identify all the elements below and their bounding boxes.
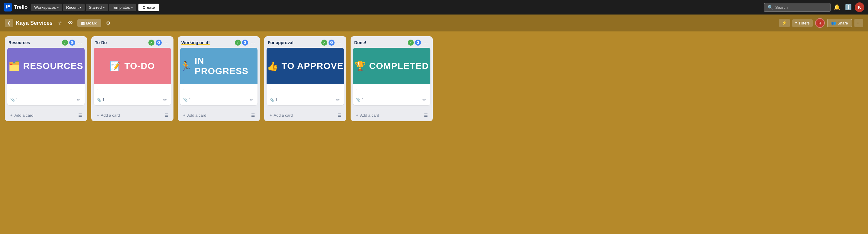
user-avatar[interactable]: K <box>855 2 864 12</box>
attachment-icon: 📎 <box>270 98 274 102</box>
card-body: - <box>267 84 344 95</box>
list-header: For approval ✓ G ··· <box>264 36 346 48</box>
add-card-label: Add a card <box>14 113 34 118</box>
card-description: - <box>10 86 82 91</box>
card-title-text: COMPLETED <box>369 61 429 71</box>
card-description: - <box>356 86 427 91</box>
list-title: For approval <box>268 40 319 45</box>
card-emoji: 🏃 <box>180 61 192 71</box>
templates-label: Templates <box>112 5 130 10</box>
info-button[interactable]: ℹ️ <box>843 3 854 12</box>
card-edit-button[interactable]: ✏ <box>421 97 427 103</box>
workspaces-button[interactable]: Workspaces ▾ <box>31 4 62 11</box>
board-watch-button[interactable]: 👁 <box>66 19 75 27</box>
sidebar-toggle-icon: ❮ <box>7 21 11 25</box>
filters-button[interactable]: ≡ Filters <box>792 19 813 27</box>
list-header-icons: ✓ G ··· <box>408 39 429 46</box>
nav-logo-text: Trello <box>14 4 28 10</box>
add-card-label: Add a card <box>101 113 120 118</box>
card[interactable]: 🏃 IN PROGRESS - 📎 1 ✏ <box>180 48 257 105</box>
share-button[interactable]: 👥 Share <box>827 19 852 27</box>
card-footer: 📎 1 ✏ <box>267 95 344 105</box>
card[interactable]: 📝 TO-DO - 📎 1 ✏ <box>94 48 171 105</box>
star-icon: ☆ <box>58 21 62 26</box>
green-circle-icon: ✓ <box>408 39 414 46</box>
list-header: To-Do ✓ G ··· <box>91 36 174 48</box>
card-emoji: 📝 <box>110 61 121 71</box>
card-footer: 📎 1 ✏ <box>353 95 430 105</box>
attachment-count: 1 <box>102 98 104 102</box>
card[interactable]: 🗂️ RESOURCES - 📎 1 ✏ <box>7 48 85 105</box>
add-from-template-button[interactable]: ☰ <box>163 112 170 119</box>
card-attachment: 📎 1 <box>183 98 191 102</box>
board-view-label: Board <box>86 21 98 25</box>
list-menu-button[interactable]: ··· <box>422 39 429 46</box>
card-attachment: 📎 1 <box>270 98 277 102</box>
card-edit-button[interactable]: ✏ <box>335 97 341 103</box>
search-icon: 🔍 <box>767 4 773 10</box>
card-edit-button[interactable]: ✏ <box>75 97 82 103</box>
chevron-down-icon: ▾ <box>80 5 82 9</box>
svg-rect-0 <box>6 5 7 8</box>
recent-button[interactable]: Recent ▾ <box>63 4 85 11</box>
add-from-template-button[interactable]: ☰ <box>250 112 256 119</box>
add-from-template-button[interactable]: ☰ <box>423 112 429 119</box>
starred-button[interactable]: Starred ▾ <box>86 4 108 11</box>
list-add-card: + Add a card ☰ <box>5 109 87 121</box>
card[interactable]: 🏆 COMPLETED - 📎 1 ✏ <box>353 48 430 105</box>
list-approval: For approval ✓ G ··· 👍 TO APPROVE - 📎 1 <box>264 36 346 121</box>
add-from-template-button[interactable]: ☰ <box>336 112 343 119</box>
search-input[interactable] <box>775 5 827 10</box>
sidebar-toggle-button[interactable]: ❮ <box>5 19 13 27</box>
notification-button[interactable]: 🔔 <box>832 3 842 12</box>
add-card-button[interactable]: + Add a card <box>268 112 294 119</box>
plus-icon: + <box>270 113 272 118</box>
more-button[interactable]: ··· <box>855 19 863 27</box>
list-menu-button[interactable]: ··· <box>336 39 343 46</box>
list-title: Done! <box>354 40 406 45</box>
card-body: - <box>353 84 430 95</box>
plus-icon: + <box>97 113 99 118</box>
list-header: Resources ✓ G ··· <box>5 36 87 48</box>
template-icon: ☰ <box>78 113 82 118</box>
card[interactable]: 👍 TO APPROVE - 📎 1 ✏ <box>267 48 344 105</box>
card-emoji: 🏆 <box>354 61 366 71</box>
nav-logo[interactable]: Trello <box>4 3 28 11</box>
card-footer: 📎 1 ✏ <box>94 95 171 105</box>
google-icon: G <box>156 39 162 46</box>
add-card-button[interactable]: + Add a card <box>354 112 381 119</box>
power-ups-button[interactable]: ⚡ <box>779 19 790 27</box>
add-card-button[interactable]: + Add a card <box>181 112 208 119</box>
card-description: - <box>97 86 168 91</box>
filters-label: Filters <box>799 21 810 25</box>
list-header-icons: ✓ G ··· <box>235 39 256 46</box>
list-menu-button[interactable]: ··· <box>76 39 84 46</box>
customize-button[interactable]: ⚙ <box>104 19 113 27</box>
board-member-avatar[interactable]: K <box>815 18 825 28</box>
templates-button[interactable]: Templates ▾ <box>109 4 136 11</box>
card-edit-button[interactable]: ✏ <box>248 97 254 103</box>
list-add-card: + Add a card ☰ <box>91 109 174 121</box>
list-menu-button[interactable]: ··· <box>163 39 170 46</box>
google-icon: G <box>329 39 335 46</box>
list-menu-button[interactable]: ··· <box>249 39 256 46</box>
board-star-button[interactable]: ☆ <box>56 19 64 27</box>
create-button[interactable]: Create <box>138 4 159 11</box>
board-view-button[interactable]: ▦ Board <box>78 19 101 27</box>
chevron-down-icon: ▾ <box>131 5 133 9</box>
add-card-label: Add a card <box>187 113 207 118</box>
add-from-template-button[interactable]: ☰ <box>77 112 84 119</box>
attachment-count: 1 <box>189 98 191 102</box>
card-edit-button[interactable]: ✏ <box>162 97 168 103</box>
share-label: Share <box>837 21 848 25</box>
add-card-button[interactable]: + Add a card <box>8 112 35 119</box>
starred-label: Starred <box>89 5 102 10</box>
watch-icon: 👁 <box>68 20 73 25</box>
card-emoji: 👍 <box>267 61 278 71</box>
card-image: 👍 TO APPROVE <box>267 48 344 84</box>
card-image-text: 👍 TO APPROVE <box>267 61 343 71</box>
add-card-button[interactable]: + Add a card <box>95 112 122 119</box>
google-icon: G <box>415 39 421 46</box>
card-footer: 📎 1 ✏ <box>7 95 85 105</box>
card-image-text: 🏃 IN PROGRESS <box>180 56 257 76</box>
